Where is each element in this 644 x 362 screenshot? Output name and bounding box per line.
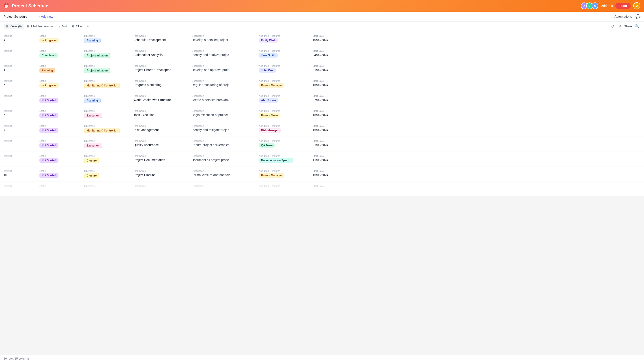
- chat-icon[interactable]: 💬: [636, 14, 640, 19]
- views-button[interactable]: ⊞ Views (8): [4, 24, 24, 29]
- task-id-label: Task ID: [4, 140, 32, 142]
- milestone-cell: Milestone Planning: [80, 94, 130, 104]
- extra-cell: [349, 79, 644, 80]
- task-name-cell: Task Name Schedule Development: [130, 34, 188, 43]
- task-id-label: Task ID: [4, 80, 32, 82]
- table-row: Task ID 3 Status Not Started Milestone P…: [0, 91, 644, 106]
- second-bar: Project Schedule ··· + Add new Automatio…: [0, 12, 644, 22]
- task-name-label: Task Name: [134, 35, 184, 37]
- status-badge: Not Started: [40, 98, 58, 103]
- clock-icon[interactable]: ⏰: [4, 3, 9, 9]
- task-id-value: 8: [4, 143, 32, 147]
- header-more-button[interactable]: ···: [294, 4, 298, 8]
- table: Task ID 4 Status In Progress Milestone P…: [0, 31, 644, 196]
- hidden-columns-button[interactable]: ⊟ 2 hidden columns: [25, 24, 56, 29]
- task-id-value: 2: [4, 53, 32, 57]
- milestone-label: Milestone: [84, 50, 126, 52]
- start-date-cell: Start Date 01/02/2024: [309, 64, 349, 73]
- sort-button[interactable]: ↕ Sort: [57, 24, 69, 29]
- add-view-button[interactable]: +: [85, 24, 90, 29]
- start-date-cell: Start Date 15/02/2024: [309, 79, 349, 88]
- team-button[interactable]: Team: [615, 3, 630, 9]
- start-date-label: Start Date: [312, 95, 346, 97]
- task-id-label: Task ID: [4, 155, 32, 157]
- status-badge: In Progress: [40, 83, 59, 88]
- start-date-label: Start Date: [312, 185, 346, 187]
- task-name-cell: Task Name Project Closure: [130, 169, 188, 178]
- task-name-value: Project Charter Developme: [134, 68, 184, 72]
- milestone-label: Milestone: [84, 170, 126, 172]
- views-label: Views (8): [10, 25, 22, 28]
- description-label: Description: [192, 35, 252, 37]
- task-name-label: Task Name: [134, 185, 184, 187]
- task-name-value: Task Execution: [134, 113, 184, 117]
- task-name-cell: Task Name Project Documentation: [130, 154, 188, 163]
- description-cell: Description Ensure project deliverables: [188, 139, 255, 148]
- status-label: Status: [40, 80, 77, 82]
- automations-button[interactable]: Automations: [614, 15, 632, 18]
- milestone-badge: Monitoring & Controlli...: [84, 128, 120, 133]
- task-name-label: Task Name: [134, 155, 184, 157]
- description-label: Description: [192, 155, 252, 157]
- description-label: Description: [192, 65, 252, 67]
- milestone-cell: Milestone: [80, 184, 130, 188]
- description-cell: Description Identify and mitigate projec: [188, 124, 255, 133]
- milestone-label: Milestone: [84, 140, 126, 142]
- resource-label: Assigned Resource: [259, 155, 306, 157]
- share-icon[interactable]: ↗: [617, 23, 622, 30]
- tab-label[interactable]: Project Schedule: [4, 15, 27, 18]
- search-icon[interactable]: 🔍: [634, 23, 640, 30]
- milestone-cell: Milestone Execution: [80, 139, 130, 149]
- description-value: Formal closure and handov: [192, 173, 252, 177]
- extra-cell: [349, 124, 644, 125]
- milestone-cell: Milestone Planning: [80, 34, 130, 44]
- task-name-cell: Task Name Quality Assurance: [130, 139, 188, 148]
- filter-button[interactable]: ⊟ Filter: [70, 24, 84, 29]
- description-cell: Description: [188, 184, 255, 188]
- table-row: Task ID 6 Status In Progress Milestone M…: [0, 76, 644, 91]
- status-badge: Not Started: [40, 128, 58, 133]
- status-cell: Status In Progress: [36, 34, 80, 44]
- task-name-label: Task Name: [134, 95, 184, 97]
- resource-badge: Jane Smith: [259, 53, 278, 58]
- filter-icon: ⊟: [72, 25, 74, 28]
- add-new-button[interactable]: + Add new: [37, 14, 55, 19]
- start-date-cell: Start Date 16/02/2024: [309, 124, 349, 133]
- refresh-icon[interactable]: ↺: [610, 23, 615, 30]
- user-avatar[interactable]: U: [633, 2, 640, 10]
- top-header: ⏰ Project Schedule ··· A B C Add-ons Tea…: [0, 0, 644, 12]
- status-label: Status: [40, 125, 77, 127]
- status-cell: Status Completed: [36, 49, 80, 59]
- resource-cell: Assigned Resource Emily Clark: [255, 34, 309, 44]
- grid-icon: ⊞: [6, 25, 8, 28]
- resource-cell: Assigned Resource Alex Brown: [255, 94, 309, 104]
- status-label: Status: [40, 155, 77, 157]
- milestone-badge: Closure: [84, 158, 99, 163]
- sort-icon: ↕: [59, 25, 60, 28]
- task-id-cell: Task ID 10: [0, 169, 36, 178]
- description-cell: Description Document all project proce: [188, 154, 255, 163]
- task-name-value: Progress Monitoring: [134, 83, 184, 87]
- description-value: Ensure project deliverables: [192, 143, 252, 147]
- task-name-value: Stakeholder Analysis: [134, 53, 184, 57]
- description-label: Description: [192, 110, 252, 112]
- share-label[interactable]: Share: [624, 25, 632, 28]
- resource-label: Assigned Resource: [259, 140, 306, 142]
- resource-badge: Documentation Speci...: [259, 158, 293, 163]
- task-name-value: Project Documentation: [134, 158, 184, 162]
- description-label: Description: [192, 185, 252, 187]
- addons-link[interactable]: Add-ons: [601, 4, 613, 8]
- start-date-label: Start Date: [312, 65, 346, 67]
- tab-more-button[interactable]: ···: [30, 15, 34, 18]
- resource-badge: Risk Manager: [259, 128, 281, 133]
- description-label: Description: [192, 170, 252, 172]
- task-name-value: Work Breakdown Structure: [134, 98, 184, 102]
- resource-label: Assigned Resource: [259, 110, 306, 112]
- avatar-3[interactable]: C: [592, 3, 598, 9]
- start-date-value: 16/03/2024: [312, 173, 346, 177]
- description-label: Description: [192, 80, 252, 82]
- task-id-value: 6: [4, 83, 32, 87]
- task-id-cell: Task ID 5: [0, 109, 36, 118]
- task-name-cell: Task Name Task Execution: [130, 109, 188, 118]
- start-date-cell: Start Date 15/02/2024: [309, 109, 349, 118]
